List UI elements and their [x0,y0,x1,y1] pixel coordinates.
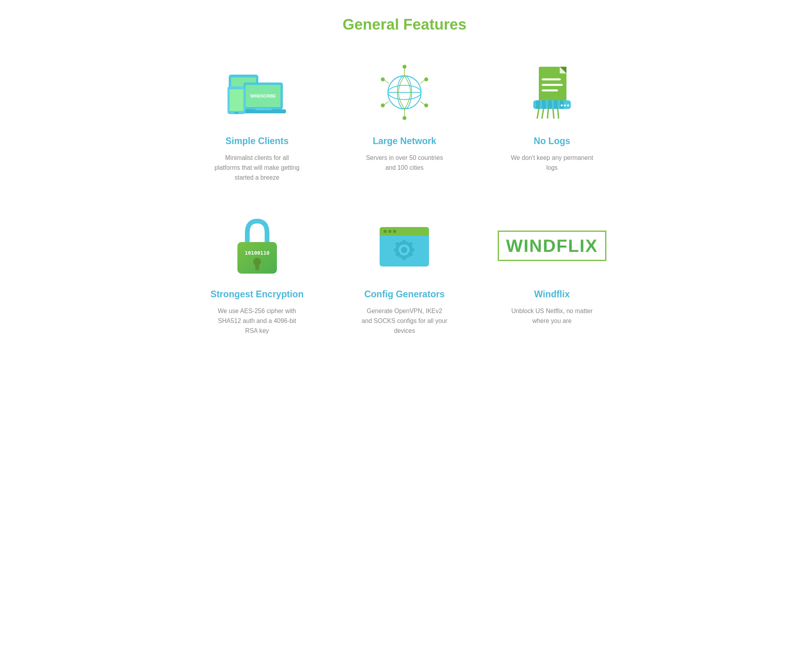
svg-point-57 [393,230,396,233]
windflix-logo-text: WINDFLIX [498,231,606,261]
no-logs-icon [520,61,583,124]
svg-rect-64 [394,248,399,252]
svg-rect-51 [255,265,259,270]
svg-line-45 [547,109,548,118]
svg-text:WINDSCRIBE: WINDSCRIBE [250,94,276,98]
windflix-desc: Unblock US Netflix, no matter where you … [508,306,595,326]
strongest-encryption-title: Strongest Encryption [211,289,304,300]
svg-line-47 [558,109,559,118]
config-generators-desc: Generate OpenVPN, IKEv2 and SOCKS config… [361,306,448,336]
svg-point-55 [384,230,387,233]
feature-strongest-encryption: 10100110 Strongest Encryption We use AES… [187,206,327,344]
feature-no-logs: No Logs We don't keep any permanent logs [482,53,622,190]
svg-point-61 [401,247,407,253]
svg-text:10100110: 10100110 [245,250,269,256]
simple-clients-desc: Minimalist clients for all platforms tha… [214,153,301,182]
windflix-title: Windflix [534,289,570,300]
svg-point-17 [424,77,428,81]
svg-rect-36 [542,100,546,109]
page-title: General Features [8,16,801,33]
svg-line-43 [537,109,539,118]
svg-line-44 [542,109,544,118]
svg-point-40 [561,105,563,107]
svg-line-26 [384,101,389,105]
svg-point-41 [564,105,566,107]
svg-line-23 [420,80,425,83]
feature-config-generators: Config Generators Generate OpenVPN, IKEv… [335,206,474,344]
large-network-title: Large Network [373,136,436,146]
svg-rect-10 [230,89,243,111]
svg-point-18 [424,103,428,107]
no-logs-desc: We don't keep any permanent logs [508,153,595,173]
feature-large-network: Large Network Servers in over 50 countri… [335,53,474,190]
svg-point-42 [567,105,569,107]
svg-line-24 [420,101,425,105]
simple-clients-icon: WINDSCRIBE WINDSCRIBE [226,61,289,124]
strongest-encryption-desc: We use AES-256 cipher with SHA512 auth a… [214,306,301,336]
svg-point-20 [381,103,385,107]
windflix-logo-icon: WINDFLIX [520,214,583,277]
large-network-desc: Servers in over 50 countries and 100 cit… [361,153,448,173]
feature-simple-clients: WINDSCRIBE WINDSCRIBE Simple Clients Min… [187,53,327,190]
feature-windflix: WINDFLIX Windflix Unblock US Netflix, no… [482,206,622,344]
svg-rect-37 [548,100,552,109]
svg-point-19 [403,116,406,120]
svg-rect-65 [410,248,414,252]
svg-rect-35 [536,100,540,109]
strongest-encryption-icon: 10100110 [226,214,289,277]
svg-point-16 [403,65,406,69]
svg-rect-11 [234,112,239,114]
features-grid: WINDSCRIBE WINDSCRIBE Simple Clients Min… [187,53,622,344]
svg-point-21 [381,77,385,81]
no-logs-title: No Logs [534,136,570,146]
svg-rect-63 [403,255,406,260]
svg-line-46 [553,109,554,118]
svg-line-27 [384,80,389,83]
simple-clients-title: Simple Clients [226,136,289,146]
svg-rect-54 [380,232,429,236]
svg-rect-8 [255,108,272,110]
config-generators-title: Config Generators [364,289,445,300]
large-network-icon [373,61,436,124]
svg-rect-62 [403,240,406,244]
svg-point-56 [388,230,391,233]
svg-rect-38 [554,100,558,109]
config-generators-icon [373,214,436,277]
